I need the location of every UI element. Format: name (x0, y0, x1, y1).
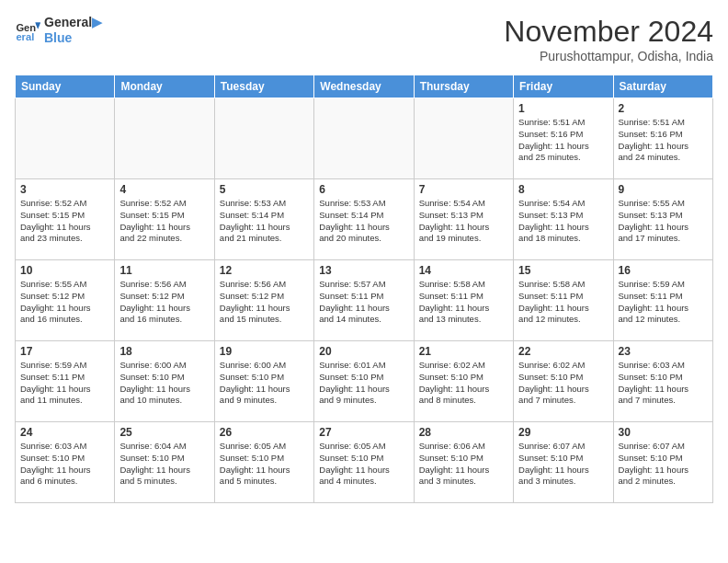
calendar-cell: 22Sunrise: 6:02 AM Sunset: 5:10 PM Dayli… (514, 341, 613, 422)
day-header-thursday: Thursday (414, 75, 513, 98)
day-info: Sunrise: 6:00 AM Sunset: 5:10 PM Dayligh… (119, 360, 209, 407)
calendar-cell: 1Sunrise: 5:51 AM Sunset: 5:16 PM Daylig… (514, 98, 613, 179)
calendar-cell: 23Sunrise: 6:03 AM Sunset: 5:10 PM Dayli… (613, 341, 712, 422)
week-row-5: 24Sunrise: 6:03 AM Sunset: 5:10 PM Dayli… (16, 422, 713, 503)
day-number: 29 (518, 426, 608, 439)
day-number: 11 (119, 264, 209, 277)
day-number: 28 (419, 426, 508, 439)
day-info: Sunrise: 6:07 AM Sunset: 5:10 PM Dayligh… (518, 441, 608, 488)
day-info: Sunrise: 6:02 AM Sunset: 5:10 PM Dayligh… (518, 360, 608, 407)
logo-text: General▶ Blue (44, 15, 102, 46)
calendar-cell (414, 98, 513, 179)
svg-text:eral: eral (16, 31, 34, 42)
logo-icon: Gen eral (15, 17, 40, 43)
day-header-wednesday: Wednesday (314, 75, 414, 98)
calendar-cell: 27Sunrise: 6:05 AM Sunset: 5:10 PM Dayli… (314, 422, 414, 503)
week-row-1: 1Sunrise: 5:51 AM Sunset: 5:16 PM Daylig… (16, 98, 713, 179)
calendar-table: SundayMondayTuesdayWednesdayThursdayFrid… (15, 75, 713, 503)
title-block: November 2024 Purushottampur, Odisha, In… (504, 15, 713, 63)
calendar-cell: 3Sunrise: 5:52 AM Sunset: 5:15 PM Daylig… (16, 179, 115, 260)
week-row-3: 10Sunrise: 5:55 AM Sunset: 5:12 PM Dayli… (16, 260, 713, 341)
calendar-cell: 13Sunrise: 5:57 AM Sunset: 5:11 PM Dayli… (314, 260, 414, 341)
location: Purushottampur, Odisha, India (504, 49, 713, 63)
calendar-cell: 28Sunrise: 6:06 AM Sunset: 5:10 PM Dayli… (414, 422, 513, 503)
day-number: 7 (419, 183, 508, 196)
page-header: Gen eral General▶ Blue November 2024 Pur… (15, 15, 713, 63)
day-number: 2 (619, 102, 708, 115)
calendar-cell: 25Sunrise: 6:04 AM Sunset: 5:10 PM Dayli… (115, 422, 214, 503)
day-number: 21 (419, 345, 508, 358)
day-info: Sunrise: 5:58 AM Sunset: 5:11 PM Dayligh… (419, 279, 508, 326)
week-row-4: 17Sunrise: 5:59 AM Sunset: 5:11 PM Dayli… (16, 341, 713, 422)
day-number: 20 (319, 345, 408, 358)
day-number: 26 (220, 426, 309, 439)
calendar-cell: 5Sunrise: 5:53 AM Sunset: 5:14 PM Daylig… (214, 179, 313, 260)
calendar-cell (115, 98, 214, 179)
calendar-cell: 19Sunrise: 6:00 AM Sunset: 5:10 PM Dayli… (214, 341, 313, 422)
calendar-cell: 4Sunrise: 5:52 AM Sunset: 5:15 PM Daylig… (115, 179, 214, 260)
day-number: 4 (119, 183, 209, 196)
day-number: 5 (220, 183, 309, 196)
calendar-cell (314, 98, 414, 179)
calendar-cell: 16Sunrise: 5:59 AM Sunset: 5:11 PM Dayli… (613, 260, 712, 341)
day-info: Sunrise: 6:04 AM Sunset: 5:10 PM Dayligh… (119, 441, 209, 488)
day-number: 1 (518, 102, 608, 115)
day-number: 22 (518, 345, 608, 358)
calendar-cell (16, 98, 115, 179)
calendar-cell: 8Sunrise: 5:54 AM Sunset: 5:13 PM Daylig… (514, 179, 613, 260)
day-info: Sunrise: 5:57 AM Sunset: 5:11 PM Dayligh… (319, 279, 408, 326)
calendar-cell: 26Sunrise: 6:05 AM Sunset: 5:10 PM Dayli… (214, 422, 313, 503)
day-info: Sunrise: 6:07 AM Sunset: 5:10 PM Dayligh… (619, 441, 708, 488)
day-info: Sunrise: 5:51 AM Sunset: 5:16 PM Dayligh… (619, 117, 708, 164)
calendar-cell: 17Sunrise: 5:59 AM Sunset: 5:11 PM Dayli… (16, 341, 115, 422)
day-number: 6 (319, 183, 408, 196)
calendar-cell: 11Sunrise: 5:56 AM Sunset: 5:12 PM Dayli… (115, 260, 214, 341)
day-number: 25 (119, 426, 209, 439)
month-title: November 2024 (504, 15, 713, 49)
day-number: 18 (119, 345, 209, 358)
day-header-monday: Monday (115, 75, 214, 98)
day-number: 12 (220, 264, 309, 277)
calendar-cell: 29Sunrise: 6:07 AM Sunset: 5:10 PM Dayli… (514, 422, 613, 503)
day-number: 24 (20, 426, 109, 439)
day-info: Sunrise: 5:52 AM Sunset: 5:15 PM Dayligh… (20, 198, 109, 245)
day-info: Sunrise: 5:55 AM Sunset: 5:13 PM Dayligh… (619, 198, 708, 245)
calendar-cell (214, 98, 313, 179)
day-number: 8 (518, 183, 608, 196)
day-info: Sunrise: 5:58 AM Sunset: 5:11 PM Dayligh… (518, 279, 608, 326)
calendar-header-row: SundayMondayTuesdayWednesdayThursdayFrid… (16, 75, 713, 98)
day-number: 17 (20, 345, 109, 358)
day-info: Sunrise: 6:03 AM Sunset: 5:10 PM Dayligh… (20, 441, 109, 488)
day-number: 14 (419, 264, 508, 277)
calendar-cell: 21Sunrise: 6:02 AM Sunset: 5:10 PM Dayli… (414, 341, 513, 422)
day-number: 27 (319, 426, 408, 439)
day-header-friday: Friday (514, 75, 613, 98)
day-number: 23 (619, 345, 708, 358)
day-number: 19 (220, 345, 309, 358)
day-header-tuesday: Tuesday (214, 75, 313, 98)
calendar-cell: 6Sunrise: 5:53 AM Sunset: 5:14 PM Daylig… (314, 179, 414, 260)
day-info: Sunrise: 5:52 AM Sunset: 5:15 PM Dayligh… (119, 198, 209, 245)
day-info: Sunrise: 6:05 AM Sunset: 5:10 PM Dayligh… (220, 441, 309, 488)
day-number: 3 (20, 183, 109, 196)
day-number: 13 (319, 264, 408, 277)
day-info: Sunrise: 5:56 AM Sunset: 5:12 PM Dayligh… (220, 279, 309, 326)
day-info: Sunrise: 5:53 AM Sunset: 5:14 PM Dayligh… (319, 198, 408, 245)
day-info: Sunrise: 5:59 AM Sunset: 5:11 PM Dayligh… (619, 279, 708, 326)
calendar-cell: 30Sunrise: 6:07 AM Sunset: 5:10 PM Dayli… (613, 422, 712, 503)
calendar-cell: 20Sunrise: 6:01 AM Sunset: 5:10 PM Dayli… (314, 341, 414, 422)
day-number: 10 (20, 264, 109, 277)
day-info: Sunrise: 6:03 AM Sunset: 5:10 PM Dayligh… (619, 360, 708, 407)
day-info: Sunrise: 5:56 AM Sunset: 5:12 PM Dayligh… (119, 279, 209, 326)
day-header-saturday: Saturday (613, 75, 712, 98)
calendar-cell: 12Sunrise: 5:56 AM Sunset: 5:12 PM Dayli… (214, 260, 313, 341)
calendar-cell: 24Sunrise: 6:03 AM Sunset: 5:10 PM Dayli… (16, 422, 115, 503)
day-info: Sunrise: 6:05 AM Sunset: 5:10 PM Dayligh… (319, 441, 408, 488)
week-row-2: 3Sunrise: 5:52 AM Sunset: 5:15 PM Daylig… (16, 179, 713, 260)
calendar-cell: 7Sunrise: 5:54 AM Sunset: 5:13 PM Daylig… (414, 179, 513, 260)
calendar-cell: 2Sunrise: 5:51 AM Sunset: 5:16 PM Daylig… (613, 98, 712, 179)
day-number: 30 (619, 426, 708, 439)
calendar-cell: 14Sunrise: 5:58 AM Sunset: 5:11 PM Dayli… (414, 260, 513, 341)
day-info: Sunrise: 5:54 AM Sunset: 5:13 PM Dayligh… (518, 198, 608, 245)
day-info: Sunrise: 5:55 AM Sunset: 5:12 PM Dayligh… (20, 279, 109, 326)
